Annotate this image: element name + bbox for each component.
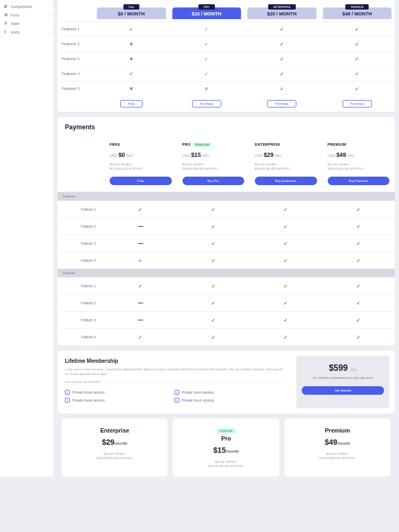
feature-cell: ✓ xyxy=(104,283,177,289)
check-icon: ✓ xyxy=(280,71,284,77)
check-icon: ✓ xyxy=(284,207,288,212)
chevron-right-icon: › xyxy=(48,22,49,25)
buy-button[interactable]: Buy Premium xyxy=(328,177,390,185)
plan-header: ENTERPRISE $29 / MONTH xyxy=(244,0,320,19)
feature-name: Feature 2 xyxy=(57,301,104,305)
check-icon: ✓ xyxy=(138,258,143,263)
check-icon: ✓ xyxy=(280,41,284,47)
feature-name: Feature 1 xyxy=(57,207,104,211)
check-icon: ✓ xyxy=(280,27,284,32)
feature-cell: ✓ xyxy=(169,26,245,32)
feature-name: Feature 4 xyxy=(57,259,104,262)
feature-cell: ✕ xyxy=(169,86,245,92)
dash-icon: — xyxy=(138,240,143,246)
check-icon: ✓ xyxy=(356,258,361,263)
plan-price: $29/month xyxy=(68,438,161,446)
feature-cell: ✓ xyxy=(177,317,250,323)
plan-action-button[interactable]: Purchase xyxy=(267,100,296,107)
feature-cell: ✓ xyxy=(177,334,250,340)
feature-cell: ✓ xyxy=(244,26,320,32)
plan-price: $15/month xyxy=(179,446,272,454)
plan-action-button[interactable]: Purchase xyxy=(192,100,221,107)
check-icon: ✓ xyxy=(280,86,284,92)
feature-cell: ✓ xyxy=(320,71,395,77)
payment-plan: FREE USD $0 /MO BILLED YEARLY$0.00 BILLE… xyxy=(104,137,177,192)
plan-price: $49/month xyxy=(291,438,384,446)
plan-billing: BILLED YEARLY$0.00 BILLED MONTHLY xyxy=(110,162,172,171)
nav-label: Form xyxy=(11,13,48,17)
plan-billing: BILLED YEARLY$319.89 BILLED MONTHLY xyxy=(255,162,317,171)
get-started-button[interactable]: Get Started xyxy=(302,386,384,395)
feature-name: Features 2 xyxy=(57,42,94,46)
feature-cell: ✓ xyxy=(177,283,250,289)
plan-header: PREMIUM $49 / MONTH xyxy=(320,0,395,19)
feature-cell: ✓ xyxy=(250,206,322,212)
features-header: Features xyxy=(57,269,395,277)
feature-cell: ✓ xyxy=(320,86,395,92)
nav-icons[interactable]: ℹIcons› xyxy=(0,28,53,36)
nav-table[interactable]: ⊞Table› xyxy=(0,19,53,28)
check-icon: ✓ xyxy=(211,318,215,323)
plan-name: FREE xyxy=(110,143,172,146)
nav-components[interactable]: ◧Components› xyxy=(0,2,53,11)
feature-cell: ✕ xyxy=(94,86,169,92)
buy-button[interactable]: Buy Enterprise xyxy=(255,177,317,185)
plan-price: USD $49 /MO xyxy=(328,152,390,158)
plan-billing: BILLED YEARLY$549.09 BILLED MONTHLY xyxy=(328,162,390,171)
feature-cell: — xyxy=(104,317,177,323)
feature-row: Feature 1 ✓✓✓✓ xyxy=(57,201,395,218)
feature-name: Feature 2 xyxy=(57,225,104,228)
feature-cell: ✓ xyxy=(322,334,395,340)
feature-row: Features 2 ✕✓✓✓ xyxy=(57,36,395,51)
bottom-plan-card: Premium $49/month BILLED YEARLY$169.99 B… xyxy=(285,419,390,477)
check-icon: ✓ xyxy=(284,224,288,229)
feature-cell: ✓ xyxy=(250,317,322,323)
feature-cell: ✓ xyxy=(169,41,245,47)
feature-row: Features 3 ✕✓✓✓ xyxy=(57,51,395,66)
check-icon: ✓ xyxy=(204,56,209,62)
cross-icon: ✕ xyxy=(204,86,209,92)
plan-price: USD $0 /MO xyxy=(110,152,172,158)
feature-cell: ✓ xyxy=(177,300,250,306)
feature-cell: ✓ xyxy=(250,257,322,263)
feature-cell: ✓ xyxy=(169,56,245,62)
dash-icon: — xyxy=(138,317,143,323)
plan-action-button[interactable]: Free xyxy=(120,100,143,107)
feature-cell: ✓ xyxy=(250,283,322,289)
feature-cell: ✓ xyxy=(177,223,250,229)
form-icon: ▤ xyxy=(4,13,9,17)
buy-button[interactable]: Free xyxy=(110,177,172,185)
feature-cell: ✓ xyxy=(250,223,322,229)
feature-cell: — xyxy=(104,223,177,229)
table-icon: ⊞ xyxy=(4,21,9,26)
chevron-right-icon: › xyxy=(48,13,49,16)
nav-label: Table xyxy=(11,22,48,26)
chevron-right-icon: › xyxy=(48,5,49,8)
sidebar: ◧Components› ▤Form› ⊞Table› ℹIcons› xyxy=(0,0,53,477)
checkbox-icon: ✓ xyxy=(174,398,179,403)
feature-cell: ✓ xyxy=(322,206,395,212)
check-icon: ✓ xyxy=(356,241,361,246)
check-icon: ✓ xyxy=(129,27,134,32)
feature-cell: ✓ xyxy=(250,240,322,246)
nav-form[interactable]: ▤Form› xyxy=(0,11,53,19)
plan-tag: ENTERPRISE xyxy=(268,4,296,10)
checkbox-icon: ✓ xyxy=(174,390,179,395)
feature-cell: ✓ xyxy=(322,317,395,323)
feature-name: Features 1 xyxy=(57,27,94,31)
plan-name: Pro xyxy=(179,435,272,442)
plan-name: Premium xyxy=(291,427,384,434)
popular-badge: POPULAR xyxy=(193,143,212,147)
check-icon: ✓ xyxy=(355,56,359,62)
feature-name: Feature 3 xyxy=(57,318,104,322)
check-icon: ✓ xyxy=(211,258,215,263)
check-icon: ✓ xyxy=(356,301,361,306)
plan-header: Free $0 / MONTH xyxy=(94,0,169,19)
nav-label: Icons xyxy=(11,30,48,34)
check-icon: ✓ xyxy=(355,86,359,92)
cross-icon: ✕ xyxy=(129,41,134,47)
feature-cell: ✓ xyxy=(322,223,395,229)
plan-action-button[interactable]: Purchase xyxy=(343,100,372,107)
feature-cell: ✓ xyxy=(177,257,250,263)
buy-button[interactable]: Buy Pro xyxy=(182,177,245,185)
